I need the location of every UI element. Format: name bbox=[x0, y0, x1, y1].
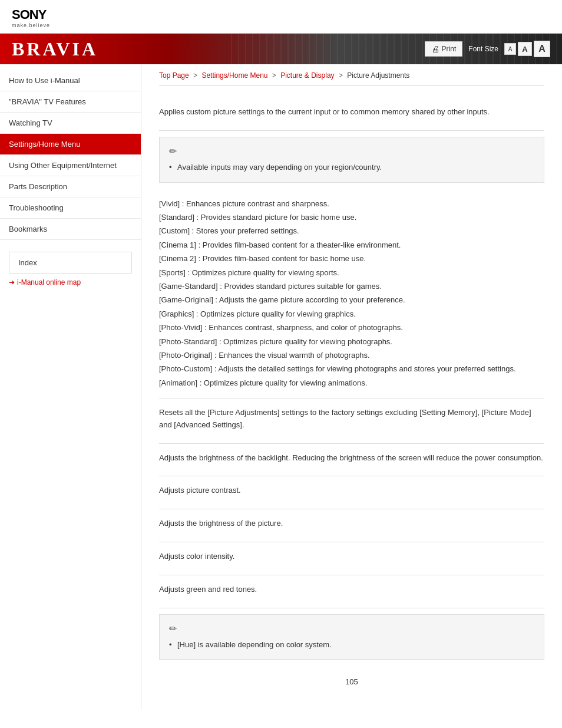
note-box-1: ✏ Available inputs may vary depending on… bbox=[159, 137, 544, 183]
main-layout: How to Use i-Manual "BRAVIA" TV Features… bbox=[0, 64, 562, 710]
sidebar-item-how-to-use[interactable]: How to Use i-Manual bbox=[0, 70, 141, 91]
note-item-1: Available inputs may vary depending on y… bbox=[169, 162, 534, 174]
reset-section: Resets all the [Picture Adjustments] set… bbox=[159, 398, 544, 444]
arrow-icon: ➔ bbox=[9, 278, 15, 286]
note-icon-1: ✏ bbox=[169, 146, 534, 157]
sony-logo: SONY bbox=[12, 7, 550, 22]
backlight-text: Adjusts the brightness of the backlight.… bbox=[159, 452, 544, 465]
hue-section: Adjusts green and red tones. bbox=[159, 575, 544, 608]
note-list-2: [Hue] is available depending on color sy… bbox=[169, 639, 534, 651]
backlight-section: Adjusts the brightness of the backlight.… bbox=[159, 444, 544, 477]
sidebar-item-using-other[interactable]: Using Other Equipment/Internet bbox=[0, 155, 141, 176]
reset-text: Resets all the [Picture Adjustments] set… bbox=[159, 407, 544, 431]
mode-item: [Animation] : Optimizes picture quality … bbox=[159, 376, 544, 390]
breadcrumb: Top Page > Settings/Home Menu > Picture … bbox=[159, 64, 544, 86]
font-size-label: Font Size bbox=[468, 45, 498, 53]
note-box-2: ✏ [Hue] is available depending on color … bbox=[159, 614, 544, 660]
sidebar-item-troubleshooting[interactable]: Troubleshooting bbox=[0, 197, 141, 219]
breadcrumb-sep1: > bbox=[193, 71, 197, 80]
content-area: Top Page > Settings/Home Menu > Picture … bbox=[141, 64, 562, 710]
contrast-text: Adjusts picture contrast. bbox=[159, 485, 544, 497]
contrast-section: Adjusts picture contrast. bbox=[159, 476, 544, 509]
sidebar-item-settings-home[interactable]: Settings/Home Menu bbox=[0, 134, 141, 155]
print-icon: 🖨 bbox=[431, 44, 439, 54]
bravia-banner: BRAVIA 🖨 Print Font Size A A A bbox=[0, 34, 562, 64]
font-size-medium-button[interactable]: A bbox=[518, 42, 532, 56]
breadcrumb-picture-display[interactable]: Picture & Display bbox=[280, 71, 334, 80]
font-size-large-button[interactable]: A bbox=[534, 41, 550, 57]
mode-item: [Sports] : Optimizes picture quality for… bbox=[159, 266, 544, 279]
sidebar: How to Use i-Manual "BRAVIA" TV Features… bbox=[0, 64, 141, 710]
sidebar-item-parts-description[interactable]: Parts Description bbox=[0, 176, 141, 197]
mode-item: [Photo-Standard] : Optimizes picture qua… bbox=[159, 335, 544, 348]
mode-item: [Vivid] : Enhances picture contrast and … bbox=[159, 197, 544, 210]
mode-item: [Game-Original] : Adjusts the game pictu… bbox=[159, 293, 544, 307]
brightness-text: Adjusts the brightness of the picture. bbox=[159, 518, 544, 530]
note-icon-2: ✏ bbox=[169, 623, 534, 634]
online-map-label: i-Manual online map bbox=[17, 278, 81, 286]
mode-item: [Cinema 1] : Provides film-based content… bbox=[159, 238, 544, 252]
sidebar-index[interactable]: Index bbox=[9, 252, 132, 274]
mode-item: [Graphics] : Optimizes picture quality f… bbox=[159, 307, 544, 321]
font-size-small-button[interactable]: A bbox=[504, 43, 516, 55]
font-size-controls: A A A bbox=[504, 41, 550, 57]
color-text: Adjusts color intensity. bbox=[159, 551, 544, 563]
mode-item: [Game-Standard] : Provides standard pict… bbox=[159, 279, 544, 293]
breadcrumb-settings-menu[interactable]: Settings/Home Menu bbox=[201, 71, 267, 80]
page-number: 105 bbox=[159, 666, 544, 692]
brightness-section: Adjusts the brightness of the picture. bbox=[159, 509, 544, 542]
sidebar-divider bbox=[0, 240, 141, 246]
banner-controls: 🖨 Print Font Size A A A bbox=[425, 41, 550, 57]
sidebar-online-map-link[interactable]: ➔ i-Manual online map bbox=[0, 274, 141, 291]
intro-section: Applies custom picture settings to the c… bbox=[159, 98, 544, 131]
sidebar-item-bookmarks[interactable]: Bookmarks bbox=[0, 219, 141, 240]
print-label: Print bbox=[442, 45, 457, 53]
sony-tagline: make.believe bbox=[12, 22, 550, 28]
breadcrumb-sep3: > bbox=[339, 71, 343, 80]
hue-text: Adjusts green and red tones. bbox=[159, 584, 544, 596]
intro-text: Applies custom picture settings to the c… bbox=[159, 106, 544, 118]
note-item-2: [Hue] is available depending on color sy… bbox=[169, 639, 534, 651]
breadcrumb-top-page[interactable]: Top Page bbox=[159, 71, 189, 80]
breadcrumb-sep2: > bbox=[272, 71, 276, 80]
mode-item: [Custom] : Stores your preferred setting… bbox=[159, 224, 544, 238]
note-list-1: Available inputs may vary depending on y… bbox=[169, 162, 534, 174]
color-section: Adjusts color intensity. bbox=[159, 542, 544, 575]
mode-item: [Photo-Vivid] : Enhances contrast, sharp… bbox=[159, 321, 544, 334]
print-button[interactable]: 🖨 Print bbox=[425, 41, 463, 57]
breadcrumb-current: Picture Adjustments bbox=[347, 71, 409, 80]
bravia-title: BRAVIA bbox=[12, 38, 98, 60]
picture-mode-list: [Vivid] : Enhances picture contrast and … bbox=[159, 189, 544, 398]
mode-item: [Photo-Custom] : Adjusts the detailed se… bbox=[159, 362, 544, 375]
mode-item: [Standard] : Provides standard picture f… bbox=[159, 210, 544, 224]
sidebar-item-watching-tv[interactable]: Watching TV bbox=[0, 113, 141, 134]
mode-item: [Photo-Original] : Enhances the visual w… bbox=[159, 348, 544, 362]
sidebar-item-bravia-features[interactable]: "BRAVIA" TV Features bbox=[0, 91, 141, 113]
mode-item: [Cinema 2] : Provides film-based content… bbox=[159, 252, 544, 265]
sony-header: SONY make.believe bbox=[0, 0, 562, 34]
